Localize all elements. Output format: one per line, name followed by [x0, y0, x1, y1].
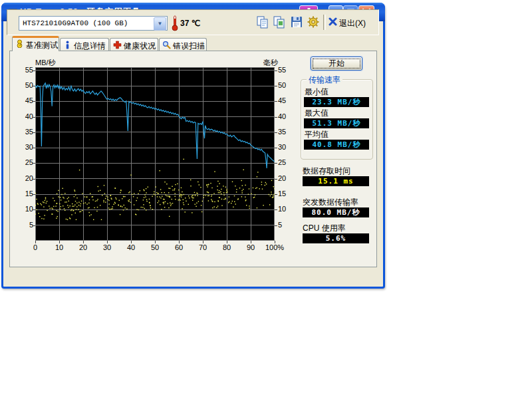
avg-label: 平均值 — [305, 129, 329, 140]
x-tick-mark — [83, 241, 84, 243]
y-axis-tick-label-right: 30 — [278, 143, 295, 151]
options-icon[interactable] — [307, 15, 320, 29]
y-axis-tick-label-left: 25 — [17, 158, 33, 166]
y-axis-tick-label-right: 55 — [278, 66, 295, 74]
save-icon[interactable] — [290, 15, 303, 29]
benchmark-plot — [35, 67, 275, 241]
left-axis-title: MB/秒 — [35, 58, 56, 68]
x-axis-tick-label: 50 — [145, 243, 165, 251]
y-tick-mark-right — [275, 70, 277, 71]
access-time-display: 15.1 ms — [303, 176, 369, 186]
y-tick-mark-right — [275, 209, 277, 210]
y-tick-mark-left — [33, 101, 35, 102]
y-axis-tick-label-left: 15 — [17, 190, 33, 198]
y-tick-mark-left — [33, 225, 35, 226]
y-tick-mark-left — [33, 70, 35, 71]
min-value-display: 23.3 MB/秒 — [304, 97, 369, 107]
x-tick-mark — [59, 241, 60, 243]
x-tick-mark — [35, 241, 36, 243]
temperature-readout: 37 ℃ — [180, 19, 200, 28]
y-tick-mark-right — [275, 148, 277, 148]
y-tick-mark-right — [275, 101, 277, 102]
y-axis-tick-label-left: 20 — [17, 174, 33, 182]
thermometer-icon — [171, 15, 179, 32]
y-tick-mark-left — [33, 117, 35, 118]
start-button[interactable]: 开始 — [311, 57, 362, 70]
avg-value-display: 40.8 MB/秒 — [304, 140, 369, 150]
y-tick-mark-right — [275, 225, 277, 226]
y-tick-mark-right — [275, 86, 277, 86]
y-axis-tick-label-right: 10 — [278, 205, 295, 213]
x-axis-tick-label: 40 — [121, 243, 141, 251]
y-axis-tick-label-left: 10 — [17, 205, 33, 213]
min-label: 最小值 — [305, 86, 329, 98]
x-tick-mark — [155, 241, 156, 243]
x-tick-mark — [179, 241, 180, 243]
y-tick-mark-right — [275, 117, 277, 118]
cpu-usage-label: CPU 使用率 — [303, 223, 346, 234]
x-axis-tick-label: 60 — [169, 243, 189, 251]
y-axis-tick-label-right: 25 — [278, 158, 295, 166]
x-axis-tick-label: 20 — [73, 243, 93, 251]
error-scan-icon — [162, 41, 171, 49]
benchmark-icon — [15, 39, 24, 48]
right-axis-title: 毫秒 — [251, 58, 278, 68]
chevron-down-icon[interactable]: ▼ — [154, 17, 166, 31]
y-tick-mark-left — [33, 148, 35, 148]
x-tick-mark — [203, 241, 203, 243]
y-tick-mark-left — [33, 209, 35, 210]
toolbar-separator — [323, 15, 326, 30]
cpu-usage-display: 5.6% — [303, 233, 369, 243]
y-axis-tick-label-right: 40 — [278, 112, 295, 120]
transfer-rate-group-title: 传输速率 — [307, 74, 342, 86]
y-axis-tick-label-right: 5 — [278, 221, 295, 229]
y-tick-mark-right — [275, 179, 277, 180]
tab-error-scan-label: 错误扫描 — [173, 41, 205, 51]
y-tick-mark-right — [275, 194, 277, 195]
y-axis-tick-label-left: 30 — [17, 143, 33, 151]
y-axis-tick-label-left: 55 — [17, 66, 33, 74]
copy-text-icon[interactable] — [256, 15, 269, 29]
x-tick-mark — [107, 241, 108, 243]
burst-rate-display: 80.0 MB/秒 — [303, 207, 369, 217]
y-tick-mark-left — [33, 86, 35, 86]
drive-select[interactable]: HTS721010G9AT00 (100 GB) ▼ — [19, 16, 168, 31]
hdtune-window: HD Tune 2.52 - 硬盘实用工具 — [1, 3, 385, 289]
x-axis-tick-label: 90 — [241, 243, 261, 251]
copy-image-icon[interactable] — [273, 15, 286, 29]
y-tick-mark-left — [33, 163, 35, 164]
desktop: HD Tune 2.52 - 硬盘实用工具 — [0, 0, 532, 399]
x-axis-tick-label: 100% — [265, 243, 285, 251]
y-axis-tick-label-left: 50 — [17, 81, 33, 89]
y-axis-tick-label-right: 20 — [278, 174, 295, 182]
tab-benchmark[interactable]: 基准测试 — [12, 36, 59, 51]
y-tick-mark-left — [33, 179, 35, 180]
tab-health[interactable]: 健康状况 — [110, 38, 158, 51]
y-axis-tick-label-right: 50 — [278, 81, 295, 89]
tab-info-label: 信息详情 — [74, 41, 106, 51]
x-tick-mark — [227, 241, 227, 243]
tab-benchmark-label: 基准测试 — [26, 41, 58, 50]
y-axis-tick-label-left: 45 — [17, 96, 33, 104]
y-tick-mark-right — [275, 132, 277, 133]
tab-info[interactable]: 信息详情 — [60, 38, 109, 51]
tab-error-scan[interactable]: 错误扫描 — [159, 38, 207, 51]
x-axis-tick-label: 80 — [217, 243, 237, 251]
y-tick-mark-right — [275, 163, 277, 164]
access-time-label: 数据存取时间 — [303, 166, 350, 177]
exit-x-icon — [329, 17, 337, 26]
x-tick-mark — [131, 241, 132, 243]
drive-select-value: HTS721010G9AT00 (100 GB) — [23, 19, 128, 27]
y-axis-tick-label-right: 45 — [278, 96, 295, 104]
y-axis-tick-label-right: 15 — [278, 190, 295, 198]
x-tick-mark — [275, 241, 275, 243]
x-axis-tick-label: 30 — [97, 243, 117, 251]
max-label: 最大值 — [305, 108, 329, 119]
y-axis-tick-label-left: 5 — [17, 221, 33, 229]
info-icon — [63, 41, 72, 49]
y-axis-tick-label-left: 40 — [17, 112, 33, 120]
tab-health-label: 健康状况 — [124, 41, 156, 51]
exit-button[interactable]: 退出(X) — [329, 17, 375, 30]
y-axis-tick-label-left: 35 — [17, 128, 33, 136]
health-icon — [113, 41, 122, 49]
